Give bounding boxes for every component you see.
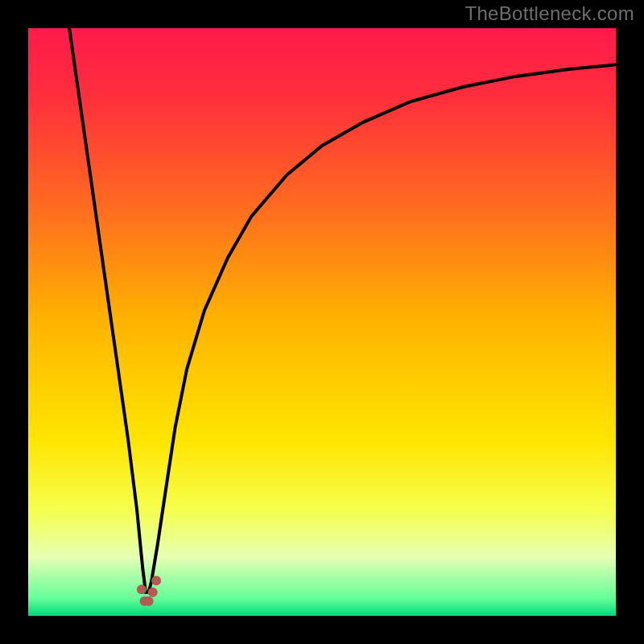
watermark-text: TheBottleneck.com bbox=[464, 2, 634, 25]
chart-frame: TheBottleneck.com bbox=[0, 0, 644, 644]
chart-background bbox=[28, 28, 616, 616]
svg-point-3 bbox=[148, 588, 158, 597]
svg-point-4 bbox=[151, 576, 161, 585]
svg-point-2 bbox=[144, 597, 154, 606]
svg-point-0 bbox=[137, 584, 147, 594]
bottleneck-chart bbox=[28, 28, 616, 616]
